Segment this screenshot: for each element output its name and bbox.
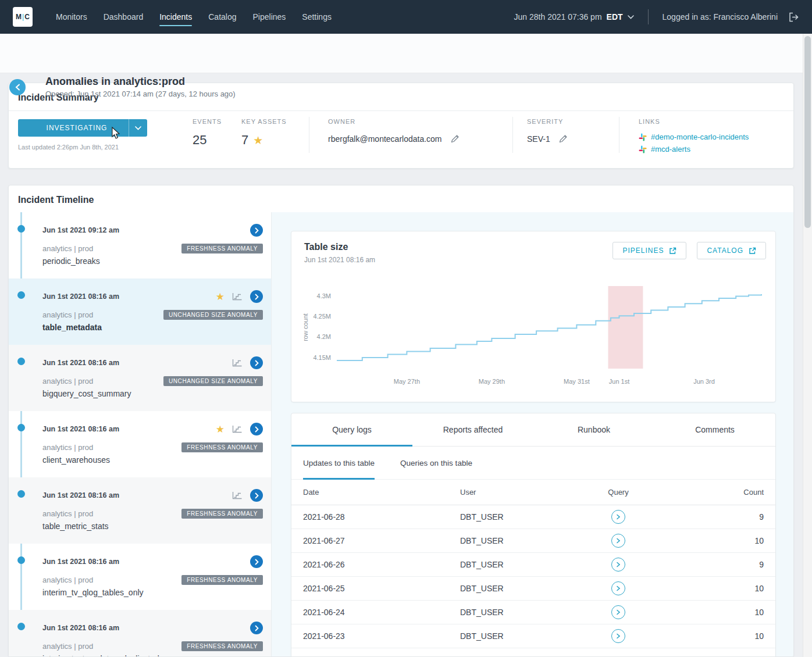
subtab-updates-to-this-table[interactable]: Updates to this table xyxy=(303,447,375,479)
cell-count: 10 xyxy=(659,608,764,617)
timeline-dot-icon xyxy=(17,424,25,431)
tab-runbook[interactable]: Runbook xyxy=(533,413,654,446)
svg-text:4.2M: 4.2M xyxy=(317,333,331,340)
metric-chart-icon xyxy=(232,425,243,433)
timeline-item-open-button[interactable] xyxy=(250,224,263,237)
cell-count: 9 xyxy=(659,512,764,522)
open-query-button[interactable] xyxy=(611,605,625,619)
timeline-item-table-name: interim_tv_templates_duplicated xyxy=(42,654,271,657)
timezone-text: EDT xyxy=(607,12,623,22)
table-size-subtitle: Jun 1st 2021 08:16 am xyxy=(304,256,375,264)
logout-icon[interactable] xyxy=(788,12,799,23)
cell-date: 2021-06-26 xyxy=(303,560,460,569)
svg-text:row count: row count xyxy=(302,313,309,341)
incident-status-dropdown[interactable]: INVESTIGATING xyxy=(18,119,147,137)
table-row: 2021-06-27 DBT_USER 10 xyxy=(291,529,775,553)
timeline-item[interactable]: Jun 1st 2021 09:12 am analytics | prod F… xyxy=(9,212,271,278)
timeline-item-open-button[interactable] xyxy=(250,622,263,634)
table-row: 2021-06-26 DBT_USER 9 xyxy=(291,553,775,577)
nav-monitors[interactable]: Monitors xyxy=(50,0,93,34)
nav-dashboard[interactable]: Dashboard xyxy=(98,0,149,34)
key-assets-stat: KEY ASSETS 7 ★ xyxy=(241,118,287,148)
subtab-queries-on-this-table[interactable]: Queries on this table xyxy=(400,447,472,479)
timeline-dot-icon xyxy=(17,556,25,564)
key-assets-value: 7 xyxy=(241,133,248,148)
incident-timeline-title: Incident Timeline xyxy=(9,185,793,213)
anomaly-type-badge: UNCHANGED SIZE ANOMALY xyxy=(163,310,263,320)
timeline-item-dataset: analytics | prod xyxy=(42,377,93,385)
events-stat: EVENTS 25 xyxy=(193,118,222,148)
open-query-button[interactable] xyxy=(611,510,625,524)
metric-chart-icon xyxy=(232,359,243,367)
timeline-item-dataset: analytics | prod xyxy=(42,576,93,584)
timeline-dot-icon xyxy=(17,291,25,299)
timeline-item[interactable]: Jun 1st 2021 08:16 am analytics | prod F… xyxy=(9,477,271,544)
timeline-item-open-button[interactable] xyxy=(250,555,263,568)
catalog-button[interactable]: CATALOG xyxy=(697,242,766,259)
anomaly-type-badge: FRESHNESS ANOMALY xyxy=(181,575,263,585)
nav-catalog[interactable]: Catalog xyxy=(202,0,242,34)
anomaly-type-badge: FRESHNESS ANOMALY xyxy=(181,641,263,651)
timeline-item[interactable]: Jun 1st 2021 08:16 am ★ analytics | prod… xyxy=(9,278,271,345)
open-query-button[interactable] xyxy=(611,534,625,548)
timeline-item[interactable]: Jun 1st 2021 08:16 am analytics | prod F… xyxy=(9,544,271,610)
scrollbar-thumb[interactable] xyxy=(804,36,811,228)
timeline-detail-area: Table size Jun 1st 2021 08:16 am PIPELIN… xyxy=(271,212,793,656)
key-assets-label: KEY ASSETS xyxy=(241,118,287,125)
datetime-selector[interactable]: Jun 28th 2021 07:36 pm EDT xyxy=(514,12,634,22)
logo-letter-c: C xyxy=(24,13,30,21)
table-size-title: Table size xyxy=(304,242,375,252)
tab-reports-affected[interactable]: Reports affected xyxy=(412,413,533,446)
timeline-dot-icon xyxy=(17,358,25,365)
cell-user: DBT_USER xyxy=(460,608,578,617)
tab-comments[interactable]: Comments xyxy=(654,413,775,446)
timeline-item[interactable]: Jun 1st 2021 08:16 am analytics | prod F… xyxy=(9,610,271,657)
nav-settings[interactable]: Settings xyxy=(296,0,337,34)
monte-carlo-logo[interactable]: M|C xyxy=(13,7,33,27)
timeline-item-open-button[interactable] xyxy=(250,489,263,502)
events-label: EVENTS xyxy=(193,118,222,125)
timeline-item-dataset: analytics | prod xyxy=(42,642,93,651)
key-asset-star-icon: ★ xyxy=(216,424,225,434)
svg-text:Jun 3rd: Jun 3rd xyxy=(693,378,715,385)
summary-divider xyxy=(309,117,309,153)
timeline-item[interactable]: Jun 1st 2021 08:16 am ★ analytics | prod… xyxy=(9,411,271,477)
pipelines-button[interactable]: PIPELINES xyxy=(612,242,686,259)
column-header-user: User xyxy=(460,488,578,497)
edit-severity-button[interactable] xyxy=(557,133,569,145)
table-row: 2021-06-28 DBT_USER 9 xyxy=(291,505,775,529)
anomaly-type-badge: FRESHNESS ANOMALY xyxy=(181,442,263,452)
incident-timeline-card: Incident Timeline Jun 1st 2021 09:12 am … xyxy=(8,185,794,657)
cell-count: 10 xyxy=(659,584,764,593)
nav-incidents[interactable]: Incidents xyxy=(154,0,198,34)
slack-channel-link[interactable]: #demo-monte-carlo-incidents xyxy=(639,133,749,141)
key-asset-star-icon: ★ xyxy=(216,292,225,302)
column-header-query: Query xyxy=(578,488,659,497)
timeline-dot-icon xyxy=(17,225,25,233)
svg-text:May 29th: May 29th xyxy=(479,378,505,385)
timeline-item-date: Jun 1st 2021 08:16 am xyxy=(42,491,119,499)
logged-in-user-label: Logged in as: Francisco Alberini xyxy=(663,12,778,22)
tab-query-logs[interactable]: Query logs xyxy=(291,413,412,446)
open-query-button[interactable] xyxy=(611,581,625,595)
severity-label: SEVERITY xyxy=(527,118,569,125)
nav-pipelines[interactable]: Pipelines xyxy=(247,0,292,34)
page-scrollbar[interactable] xyxy=(803,34,812,657)
table-size-panel: Table size Jun 1st 2021 08:16 am PIPELIN… xyxy=(291,231,776,402)
table-row: 2021-06-24 DBT_USER 10 xyxy=(291,601,775,624)
timeline-item-date: Jun 1st 2021 09:12 am xyxy=(42,226,119,234)
owner-stat: OWNER rbergfalk@montecarlodata.com xyxy=(328,118,461,145)
timeline-item-open-button[interactable] xyxy=(250,423,263,435)
timeline-item[interactable]: Jun 1st 2021 08:16 am analytics | prod U… xyxy=(9,345,271,411)
slack-channel-link[interactable]: #mcd-alerts xyxy=(639,145,749,153)
svg-text:4.15M: 4.15M xyxy=(313,354,331,361)
timeline-item-open-button[interactable] xyxy=(250,356,263,369)
timeline-item-dataset: analytics | prod xyxy=(42,509,93,518)
back-button[interactable] xyxy=(9,79,26,95)
svg-text:4.25M: 4.25M xyxy=(313,313,331,320)
timeline-item-open-button[interactable] xyxy=(250,290,263,303)
open-query-button[interactable] xyxy=(611,629,625,643)
edit-owner-button[interactable] xyxy=(449,133,461,145)
anomaly-band xyxy=(608,286,643,369)
open-query-button[interactable] xyxy=(611,558,625,572)
